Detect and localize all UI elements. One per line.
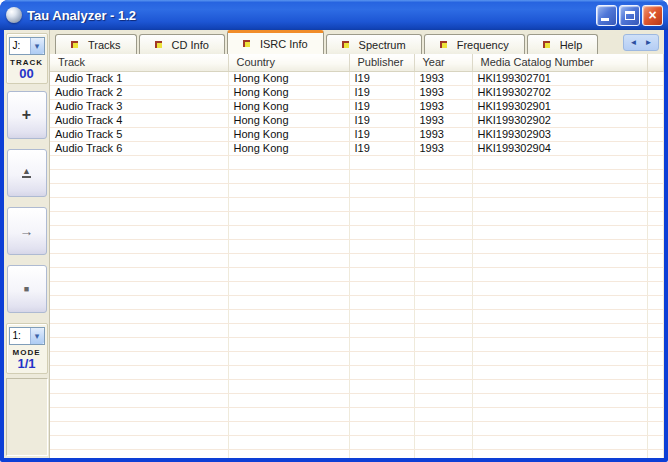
table-row-empty	[50, 225, 664, 239]
tab-spectrum[interactable]: Spectrum	[326, 34, 422, 54]
table-cell	[228, 309, 349, 323]
tab-cd-info[interactable]: CD Info	[139, 34, 225, 54]
table-cell	[647, 253, 664, 267]
sidebar: J: ▾ TRACK 00 +▲→■ 1: ▾ MODE 1/1	[4, 30, 50, 458]
table-cell	[647, 183, 664, 197]
table-row[interactable]: Audio Track 3Hong KongI191993HKI19930290…	[50, 99, 664, 113]
eject-icon: ▲	[22, 168, 31, 178]
table-cell	[228, 253, 349, 267]
table-cell	[414, 183, 472, 197]
table-cell	[228, 337, 349, 351]
table-row[interactable]: Audio Track 1Hong KongI191993HKI19930270…	[50, 71, 664, 85]
table-cell	[349, 169, 414, 183]
table-cell	[50, 393, 228, 407]
table-cell	[472, 435, 647, 449]
table-cell	[50, 211, 228, 225]
table-cell	[472, 155, 647, 169]
add-button[interactable]: +	[7, 91, 47, 139]
mode-select[interactable]: 1: ▾	[9, 327, 45, 345]
table-row-empty	[50, 421, 664, 435]
table-cell	[349, 295, 414, 309]
add-icon: +	[22, 107, 31, 123]
table-cell	[414, 421, 472, 435]
table-cell: I19	[349, 85, 414, 99]
tab-isrc-info[interactable]: ISRC Info	[227, 30, 324, 54]
table-cell	[349, 351, 414, 365]
table-cell	[647, 281, 664, 295]
tab-tracks[interactable]: Tracks	[55, 34, 137, 54]
tab-help[interactable]: Help	[527, 34, 599, 54]
table-cell	[50, 281, 228, 295]
column-header-year[interactable]: Year	[414, 54, 472, 71]
table-cell: I19	[349, 113, 414, 127]
table-cell	[414, 155, 472, 169]
table-cell	[228, 225, 349, 239]
table-cell	[50, 155, 228, 169]
table-cell: Audio Track 4	[50, 113, 228, 127]
tab-scroller: ◄ ►	[623, 34, 659, 51]
table-row-empty	[50, 211, 664, 225]
table-cell	[50, 379, 228, 393]
table-cell: Audio Track 2	[50, 85, 228, 99]
table-row-empty	[50, 253, 664, 267]
table-header-row: TrackCountryPublisherYearMedia Catalog N…	[50, 54, 664, 71]
close-icon: ×	[648, 8, 656, 22]
column-header-media-catalog-number[interactable]: Media Catalog Number	[472, 54, 647, 71]
table-cell	[349, 323, 414, 337]
table-row[interactable]: Audio Track 5Hong KongI191993HKI19930290…	[50, 127, 664, 141]
table-cell	[414, 309, 472, 323]
table-cell	[414, 449, 472, 458]
close-button[interactable]: ×	[642, 5, 663, 26]
chevron-down-icon[interactable]: ▾	[30, 328, 44, 344]
table-cell	[50, 309, 228, 323]
next-button[interactable]: →	[7, 207, 47, 255]
window-title: Tau Analyzer - 1.2	[27, 8, 591, 23]
table-cell	[472, 309, 647, 323]
tab-scroll-left-icon[interactable]: ◄	[626, 35, 641, 50]
table-cell	[50, 169, 228, 183]
table-cell: Audio Track 3	[50, 99, 228, 113]
minimize-button[interactable]	[596, 5, 617, 26]
table-cell	[647, 407, 664, 421]
table-row-empty	[50, 351, 664, 365]
table-cell	[414, 435, 472, 449]
tab-flag-icon	[342, 41, 349, 48]
tab-scroll-right-icon[interactable]: ►	[641, 35, 656, 50]
table-row[interactable]: Audio Track 2Hong KongI191993HKI19930270…	[50, 85, 664, 99]
column-header-country[interactable]: Country	[228, 54, 349, 71]
column-header-track[interactable]: Track	[50, 54, 228, 71]
eject-button[interactable]: ▲	[7, 149, 47, 197]
table-cell	[228, 351, 349, 365]
table-cell	[228, 295, 349, 309]
app-icon	[6, 7, 22, 23]
table-cell	[349, 267, 414, 281]
table-cell: HKI199302702	[472, 85, 647, 99]
table-cell: 1993	[414, 71, 472, 85]
table-cell: Hong Kong	[228, 85, 349, 99]
drive-select[interactable]: J: ▾	[9, 37, 45, 55]
maximize-button[interactable]	[619, 5, 640, 26]
table-cell: 1993	[414, 85, 472, 99]
table-row-empty	[50, 379, 664, 393]
table-cell: Audio Track 1	[50, 71, 228, 85]
table-cell	[472, 239, 647, 253]
mode-select-value: 1:	[10, 328, 30, 344]
table-row[interactable]: Audio Track 6Hong KongI191993HKI19930290…	[50, 141, 664, 155]
tab-frequency[interactable]: Frequency	[424, 34, 525, 54]
transport-buttons: +▲→■	[7, 84, 47, 313]
chevron-down-icon[interactable]: ▾	[30, 38, 44, 54]
table-cell	[349, 435, 414, 449]
table-row[interactable]: Audio Track 4Hong KongI191993HKI19930290…	[50, 113, 664, 127]
tab-label: Spectrum	[359, 39, 406, 51]
table-cell: 1993	[414, 127, 472, 141]
table-cell	[647, 141, 664, 155]
table-cell	[647, 393, 664, 407]
tab-flag-icon	[440, 41, 447, 48]
mode-panel: 1: ▾ MODE 1/1	[6, 323, 48, 374]
stop-button[interactable]: ■	[7, 265, 47, 313]
column-header-publisher[interactable]: Publisher	[349, 54, 414, 71]
title-bar[interactable]: Tau Analyzer - 1.2 ×	[0, 0, 668, 30]
table-cell	[414, 337, 472, 351]
sidebar-filler	[6, 378, 48, 456]
table-cell	[349, 281, 414, 295]
